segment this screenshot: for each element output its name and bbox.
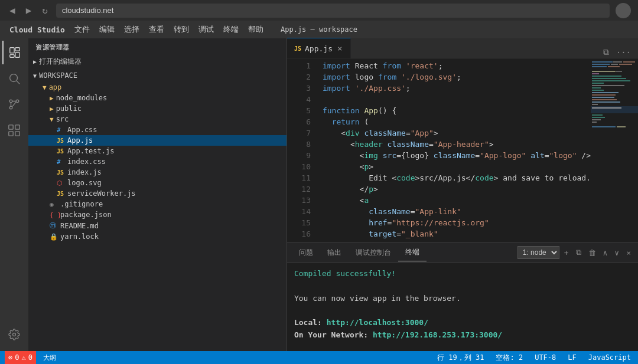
code-content[interactable]: import React from 'react'; import logo f…	[317, 59, 591, 242]
extensions-icon[interactable]	[2, 119, 26, 142]
svg-rect-29	[592, 83, 604, 84]
file-tree-item-node-modules[interactable]: ▶ node_modules	[28, 93, 287, 103]
status-errors[interactable]: ⊗ 0 ⚠ 0	[5, 351, 36, 364]
menu-file[interactable]: 文件	[70, 22, 95, 37]
file-label-apptestjs: App.test.js	[67, 147, 114, 155]
folder-icon-node-modules: ▶	[50, 94, 54, 102]
code-editor[interactable]: 12345 678910 1112131415 1617181920 21222…	[287, 59, 638, 242]
open-editors-label: 打开的编辑器	[39, 57, 82, 67]
code-line-15: href="https://reactjs.org"	[323, 217, 591, 228]
svg-rect-31	[592, 87, 601, 88]
file-tree-item-appcss[interactable]: # App.css	[28, 124, 287, 135]
code-line-6: return (	[323, 116, 591, 127]
open-editors-header[interactable]: ▶ 打开的编辑器	[28, 54, 287, 69]
warning-count: 0	[28, 353, 32, 362]
terminal-line-blank2	[294, 304, 631, 317]
tab-appjs[interactable]: JS App.js ×	[287, 38, 351, 58]
file-tree-item-src[interactable]: ▼ src	[28, 114, 287, 124]
spaces-text: 空格: 2	[496, 353, 523, 363]
status-line-ending[interactable]: LF	[565, 353, 578, 362]
svg-rect-27	[592, 78, 626, 79]
terminal-tab-problems[interactable]: 问题	[292, 244, 320, 261]
line-numbers: 12345 678910 1112131415 1617181920 21222…	[287, 59, 317, 242]
open-editors-chevron: ▶	[33, 58, 37, 65]
file-tree-item-yarnlock[interactable]: 🔒 yarn.lock	[28, 231, 287, 242]
split-terminal-button[interactable]: ⧉	[574, 247, 584, 258]
file-tree-item-app[interactable]: ▼ app	[28, 82, 287, 93]
file-tree-item-readme[interactable]: ⓜ README.md	[28, 220, 287, 231]
svg-rect-11	[9, 132, 13, 136]
new-terminal-button[interactable]: +	[562, 247, 571, 258]
svg-point-6	[9, 100, 12, 103]
close-terminal-button[interactable]: ×	[624, 247, 633, 258]
code-line-3: import './App.css';	[323, 83, 591, 94]
status-encoding[interactable]: UTF-8	[532, 353, 558, 362]
explorer-icon[interactable]	[2, 41, 26, 64]
css-icon: #	[57, 126, 65, 134]
folder-icon-src: ▼	[50, 116, 54, 123]
status-language[interactable]: JavaScript	[586, 353, 633, 362]
file-tree-item-appjs[interactable]: JS App.js	[28, 135, 287, 146]
terminal-panel: 问题 输出 调试控制台 终端 1: node + ⧉ 🗑 ∧ ∨ ×	[287, 242, 638, 351]
file-tree-item-indexcss[interactable]: # index.css	[28, 156, 287, 167]
file-label-logosvg: logo.svg	[67, 179, 102, 187]
code-line-9: <img src={logo} className="App-logo" alt…	[323, 150, 591, 161]
terminal-content[interactable]: Compiled successfully! You can now view …	[287, 263, 638, 351]
menu-terminal[interactable]: 终端	[219, 22, 243, 37]
file-tree-item-packagejson[interactable]: { } package.json	[28, 209, 287, 220]
svg-rect-28	[592, 80, 630, 81]
folder-icon-public: ▶	[50, 105, 54, 113]
avatar	[616, 3, 631, 18]
status-line-col[interactable]: 行 19，列 31	[435, 353, 486, 363]
file-tree-item-serviceworker[interactable]: JS serviceWorker.js	[28, 188, 287, 199]
delete-terminal-button[interactable]: 🗑	[586, 247, 598, 258]
file-tree-item-apptestjs[interactable]: JS App.test.js	[28, 146, 287, 156]
svg-icon: ⬡	[57, 179, 65, 187]
terminal-node-select[interactable]: 1: node	[517, 246, 559, 259]
lock-icon: 🔒	[50, 233, 58, 241]
file-label-indexjs: index.js	[67, 168, 102, 176]
back-button[interactable]: ◀	[7, 4, 18, 17]
outline-button[interactable]: 大纲	[41, 353, 58, 362]
terminal-tab-debug[interactable]: 调试控制台	[349, 244, 398, 261]
menu-view[interactable]: 查看	[144, 22, 169, 37]
browser-chrome: ◀ ▶ ↻	[0, 0, 638, 21]
svg-rect-40	[592, 107, 621, 109]
menu-select[interactable]: 选择	[119, 22, 144, 37]
workspace-header[interactable]: ▼ WORKSPACE	[28, 69, 287, 82]
url-bar[interactable]	[56, 4, 610, 18]
menu-edit[interactable]: 编辑	[95, 22, 119, 37]
file-tree-item-public[interactable]: ▶ public	[28, 103, 287, 114]
more-actions-button[interactable]: ···	[614, 47, 633, 58]
tab-close-button[interactable]: ×	[336, 44, 343, 53]
terminal-line-local: Local: http://localhost:3000/	[294, 317, 631, 329]
folder-label-app: app	[49, 83, 62, 91]
terminal-tab-terminal[interactable]: 终端	[398, 244, 427, 261]
terminal-tab-output[interactable]: 输出	[320, 244, 349, 261]
source-control-icon[interactable]	[2, 93, 26, 116]
svg-rect-34	[592, 94, 616, 96]
status-bar: ⊗ 0 ⚠ 0 大纲 行 19，列 31 空格: 2 UTF-8 LF Java…	[0, 351, 638, 364]
menu-debug[interactable]: 调试	[194, 22, 219, 37]
file-tree-item-gitignore[interactable]: ◉ .gitignore	[28, 199, 287, 209]
search-icon[interactable]	[2, 67, 26, 90]
settings-icon[interactable]	[2, 323, 26, 346]
svg-point-4	[10, 74, 18, 82]
minimize-terminal-button[interactable]: ∨	[612, 247, 621, 258]
svg-rect-1	[15, 48, 19, 51]
code-line-13: <a	[323, 195, 591, 206]
svg-rect-25	[592, 73, 599, 74]
file-tree-item-indexjs[interactable]: JS index.js	[28, 167, 287, 178]
menu-goto[interactable]: 转到	[169, 22, 194, 37]
file-label-serviceworker: serviceWorker.js	[67, 189, 136, 198]
svg-rect-9	[9, 125, 13, 129]
code-line-12: </p>	[323, 183, 591, 195]
file-label-indexcss: index.css	[67, 158, 106, 166]
refresh-button[interactable]: ↻	[40, 4, 50, 17]
menu-help[interactable]: 帮助	[243, 22, 268, 37]
forward-button[interactable]: ▶	[24, 4, 34, 17]
split-editor-button[interactable]: ⧉	[601, 46, 611, 58]
maximize-terminal-button[interactable]: ∧	[601, 247, 610, 258]
status-spaces[interactable]: 空格: 2	[493, 353, 525, 363]
file-tree-item-logosvg[interactable]: ⬡ logo.svg	[28, 178, 287, 188]
